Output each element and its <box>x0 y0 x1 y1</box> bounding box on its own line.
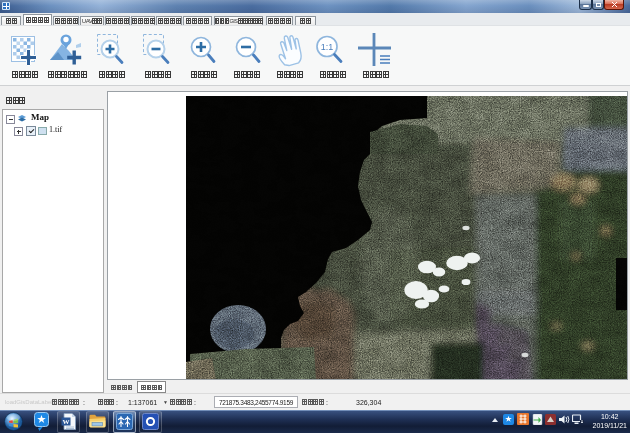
svg-text:W: W <box>63 418 70 426</box>
svg-text:1:1: 1:1 <box>321 42 334 52</box>
